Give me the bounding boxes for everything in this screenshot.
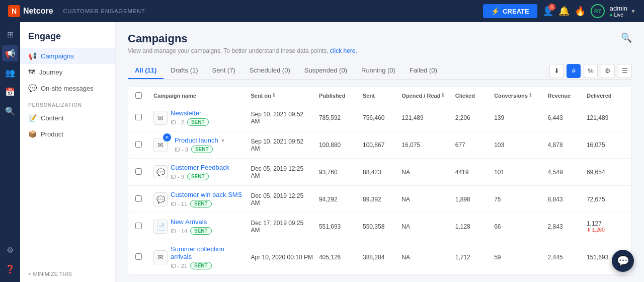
icon-bar-calendar[interactable]: 📅 xyxy=(2,84,18,100)
campaign-meta-4: ID - 11 SENT xyxy=(171,200,242,207)
td-sent-on-6: Apr 10, 2020 00:10 PM xyxy=(248,249,315,266)
users-icon-header[interactable]: 👤 6 xyxy=(542,6,553,17)
admin-dropdown-icon[interactable]: ▼ xyxy=(630,8,636,14)
sidebar-item-onsite[interactable]: 💬 On-site messages xyxy=(20,80,115,96)
campaign-name-4[interactable]: Customer win back SMS xyxy=(171,191,242,198)
search-icon-header[interactable]: 🔍 xyxy=(621,32,632,43)
icon-bar-engage[interactable]: 📢 xyxy=(2,45,18,61)
tab-drafts[interactable]: Drafts (1) xyxy=(164,62,205,79)
table-row: ✉ Summer collection arrivals ID - 21 SEN… xyxy=(128,240,631,275)
campaign-icon-cell-4: 💬 Customer win back SMS ID - 11 SENT xyxy=(153,191,245,207)
sidebar-journey-label: Journey xyxy=(39,68,62,76)
campaigns-icon: 📢 xyxy=(28,52,37,60)
td-opened-1: 121,489 xyxy=(398,109,452,126)
minimize-button[interactable]: < MINIMIZE THIS xyxy=(20,266,115,282)
sidebar-item-product[interactable]: 📦 Product xyxy=(20,126,115,142)
tab-scheduled[interactable]: Scheduled (0) xyxy=(243,62,297,79)
tab-sent[interactable]: Sent (7) xyxy=(205,62,243,79)
td-sent-1: 756,460 xyxy=(360,109,398,126)
td-conversions-1: 139 xyxy=(491,109,544,126)
table-row: 💬 Customer win back SMS ID - 11 SENT Dec… xyxy=(128,186,631,213)
info-icon-opened: ℹ xyxy=(442,92,444,99)
subtitle-link[interactable]: click here. xyxy=(330,47,357,54)
td-sent-4: 89,392 xyxy=(360,191,398,208)
row-checkbox-2[interactable] xyxy=(135,141,142,148)
campaign-name-1[interactable]: Newsletter xyxy=(171,109,209,117)
expand-icon-2[interactable]: ▾ xyxy=(221,137,224,144)
td-revenue-6: 2,445 xyxy=(545,249,584,266)
td-opened-2: 16,075 xyxy=(398,136,452,154)
campaign-name-2[interactable]: Product launch xyxy=(175,136,218,144)
td-published-6: 405,126 xyxy=(316,249,360,266)
icon-bar-analytics[interactable]: 🔍 xyxy=(2,103,18,119)
push-badge-2: P xyxy=(163,133,172,142)
campaign-icon-cell-3: 💬 Customer Feedback ID - 9 SENT xyxy=(153,164,245,180)
icon-bar-dashboard[interactable]: ⊞ xyxy=(2,26,18,42)
table-row: 💬 Customer Feedback ID - 9 SENT Dec 05, … xyxy=(128,159,631,186)
row-checkbox-3[interactable] xyxy=(135,168,142,175)
sidebar-item-journey[interactable]: 🗺 Journey xyxy=(20,64,115,80)
campaign-id-5: ID - 14 xyxy=(171,228,187,234)
campaign-name-3[interactable]: Customer Feedback xyxy=(171,164,229,171)
td-revenue-3: 4,549 xyxy=(545,164,584,181)
sidebar-item-campaigns[interactable]: 📢 Campaigns xyxy=(20,48,115,64)
sidebar-content-label: Content xyxy=(41,114,64,122)
campaign-id-4: ID - 11 xyxy=(171,201,187,207)
hash-button[interactable]: # xyxy=(567,64,581,78)
th-opened: Opened / Read ℹ xyxy=(398,87,452,104)
td-checkbox-6 xyxy=(132,248,150,266)
admin-section[interactable]: admin ● Live ▼ xyxy=(610,5,636,18)
logo: N Netcore xyxy=(8,5,53,17)
bolt-icon: ⚡ xyxy=(491,7,500,15)
status-badge-6: SENT xyxy=(190,262,212,269)
icon-bar-settings[interactable]: ⚙ xyxy=(2,242,18,258)
settings-cols-button[interactable]: ⚙ xyxy=(601,64,615,78)
campaign-id-1: ID - 2 xyxy=(171,119,184,125)
tab-failed[interactable]: Failed (0) xyxy=(403,62,444,79)
fire-icon[interactable]: 🔥 xyxy=(575,6,586,17)
chat-bubble[interactable]: 💬 xyxy=(612,250,634,272)
tab-suspended[interactable]: Suspended (0) xyxy=(297,62,354,79)
th-delivered: Delivered xyxy=(584,87,627,104)
name-expand-row: Product launch ▾ xyxy=(175,136,224,144)
row-checkbox-4[interactable] xyxy=(135,195,142,202)
bell-icon[interactable]: 🔔 xyxy=(558,6,570,17)
chart-icon[interactable]: R7 xyxy=(591,4,605,18)
th-sent: Sent xyxy=(360,87,398,104)
filter-button[interactable]: ☰ xyxy=(618,64,632,78)
campaign-name-6[interactable]: Summer collection arrivals xyxy=(171,245,245,260)
row-checkbox-1[interactable] xyxy=(135,114,142,120)
td-conversions-6: 59 xyxy=(491,249,544,266)
section-label: CUSTOMER ENGAGEMENT xyxy=(63,8,145,14)
td-revenue-1: 6,443 xyxy=(545,109,584,126)
email-type-icon-6: ✉ xyxy=(153,250,168,264)
download-button[interactable]: ⬇ xyxy=(549,64,564,78)
td-sent-on-1: Sep 10, 2021 09:52 AM xyxy=(248,106,315,130)
row-checkbox-5[interactable] xyxy=(135,223,142,229)
campaign-id-3: ID - 9 xyxy=(171,174,184,180)
td-name-5: 📄 New Arrivals ID - 14 SENT xyxy=(150,213,248,240)
icon-bar-help[interactable]: ❓ xyxy=(2,261,18,277)
td-sent-3: 88,423 xyxy=(360,164,398,181)
row-checkbox-6[interactable] xyxy=(135,253,142,260)
info-icon-sent-on: ℹ xyxy=(273,92,275,99)
td-conversions-4: 75 xyxy=(491,191,544,208)
td-name-1: ✉ Newsletter ID - 2 SENT xyxy=(150,104,248,131)
icon-wrapper-2: ✉ P xyxy=(153,138,172,152)
td-opened-6: NA xyxy=(398,249,452,266)
percent-button[interactable]: % xyxy=(584,64,598,78)
tab-all[interactable]: All (11) xyxy=(128,62,164,79)
campaign-name-5[interactable]: New Arrivals xyxy=(171,218,212,226)
sidebar-campaigns-label: Campaigns xyxy=(41,52,74,60)
campaign-name-cell-1: Newsletter ID - 2 SENT xyxy=(171,109,209,126)
icon-bar-users[interactable]: 👥 xyxy=(2,64,18,81)
app-body: ⊞ 📢 👥 📅 🔍 ⚙ ❓ Engage 📢 Campaigns 🗺 Journ… xyxy=(0,22,644,282)
create-button[interactable]: ⚡ CREATE xyxy=(483,4,537,18)
tab-running[interactable]: Running (0) xyxy=(354,62,403,79)
personalization-section-label: PERSONALIZATION xyxy=(20,96,115,110)
td-opened-4: NA xyxy=(398,191,452,208)
page-header-left: Campaigns View and manage your campaigns… xyxy=(128,32,357,62)
select-all-checkbox[interactable] xyxy=(135,92,142,99)
table-row: ✉ Newsletter ID - 2 SENT Sep 10, 2021 09… xyxy=(128,104,631,131)
sidebar-item-content[interactable]: 📝 Content xyxy=(20,110,115,126)
